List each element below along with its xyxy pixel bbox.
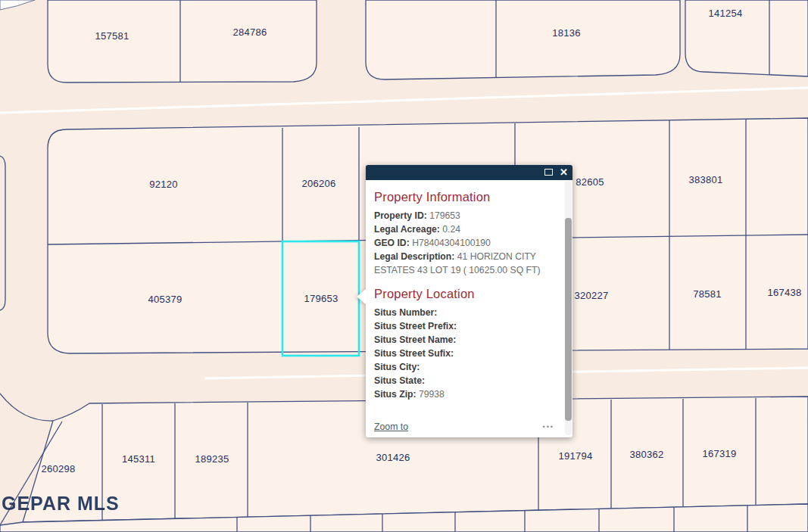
field-property-id: Property ID: 179653 <box>374 209 554 222</box>
parcel-block[interactable] <box>366 0 680 79</box>
popup-header: ✕ <box>366 165 572 180</box>
parcel-line <box>0 156 5 310</box>
popup-scrollbar-track[interactable] <box>565 181 572 435</box>
parcel-label: 206206 <box>301 178 335 189</box>
popup-body: Property Information Property ID: 179653… <box>366 180 572 401</box>
parcel-label: 284786 <box>232 26 267 38</box>
field-label: Legal Description: <box>374 251 454 262</box>
field-label: Situs Street Prefix: <box>374 321 457 331</box>
section-title-property-location: Property Location <box>374 287 554 301</box>
field-situs-state: Situs State: <box>374 374 554 387</box>
section-title-property-information: Property Information <box>374 190 554 204</box>
field-label: Situs City: <box>374 362 420 372</box>
field-situs-street-sufix: Situs Street Sufix: <box>374 347 554 360</box>
parcel-label: 92120 <box>149 179 178 190</box>
cul-de-sac-curve <box>0 394 53 421</box>
field-situs-city: Situs City: <box>374 360 554 374</box>
field-situs-street-name: Situs Street Name: <box>374 333 554 347</box>
parcel-label: 145311 <box>122 453 155 465</box>
zoom-to-link[interactable]: Zoom to <box>374 422 408 432</box>
parcel-label: 78581 <box>693 288 722 300</box>
field-label: Situs Street Name: <box>374 334 456 345</box>
parcel-block[interactable] <box>685 0 808 76</box>
field-value: 0.24 <box>442 224 460 235</box>
corner-parcel <box>0 0 35 10</box>
parcel-label: 320227 <box>574 290 608 301</box>
close-icon[interactable]: ✕ <box>560 166 568 179</box>
property-info-popup: ✕ Property Information Property ID: 1796… <box>366 165 572 437</box>
maximize-icon[interactable] <box>544 169 553 176</box>
popup-pointer-arrow <box>357 288 367 305</box>
field-value: 79938 <box>419 389 445 400</box>
field-geo-id: GEO ID: H78404304100190 <box>374 236 554 250</box>
field-label: Situs Number: <box>374 307 437 318</box>
parcel-label: 383801 <box>688 174 722 185</box>
popup-scrollbar-thumb[interactable] <box>565 218 572 421</box>
field-label: Situs State: <box>374 375 425 386</box>
parcel-label: 189235 <box>195 453 229 465</box>
popup-footer: Zoom to ••• <box>374 419 554 431</box>
field-situs-street-prefix: Situs Street Prefix: <box>374 319 554 333</box>
field-situs-number: Situs Number: <box>374 306 554 319</box>
parcel-label: 405379 <box>148 294 182 305</box>
field-situs-zip: Situs Zip: 79938 <box>374 387 554 401</box>
field-legal-description: Legal Description: 41 HORIZON CITY ESTAT… <box>374 250 554 277</box>
field-value: 179653 <box>429 210 460 221</box>
parcel-label: 157581 <box>95 30 129 42</box>
parcel-label: 82605 <box>576 176 604 188</box>
gepar-mls-watermark: GEPAR MLS <box>2 493 120 515</box>
parcel-label: 167319 <box>702 448 736 459</box>
parcel-label: 191794 <box>558 450 592 462</box>
field-label: Situs Zip: <box>374 389 416 400</box>
parcel-label: 301426 <box>376 452 410 463</box>
field-value: H78404304100190 <box>412 238 491 248</box>
gis-map-viewer: 157581 284786 18136 141254 92120 206206 … <box>0 0 808 532</box>
field-label: Situs Street Sufix: <box>374 348 454 359</box>
parcel-block[interactable] <box>48 0 317 82</box>
ellipsis-menu-icon[interactable]: ••• <box>543 423 554 431</box>
parcel-label: 380362 <box>629 449 663 460</box>
parcel-label: 167438 <box>767 287 801 298</box>
field-label: GEO ID: <box>374 238 410 248</box>
field-legal-acreage: Legal Acreage: 0.24 <box>374 222 554 236</box>
field-label: Property ID: <box>374 210 427 221</box>
parcel-label: 179653 <box>304 293 338 304</box>
parcel-label: 260298 <box>41 463 75 474</box>
road-centerline <box>0 88 808 113</box>
parcel-label: 141254 <box>708 8 742 19</box>
parcel-label: 18136 <box>552 27 581 39</box>
field-label: Legal Acreage: <box>374 224 440 235</box>
